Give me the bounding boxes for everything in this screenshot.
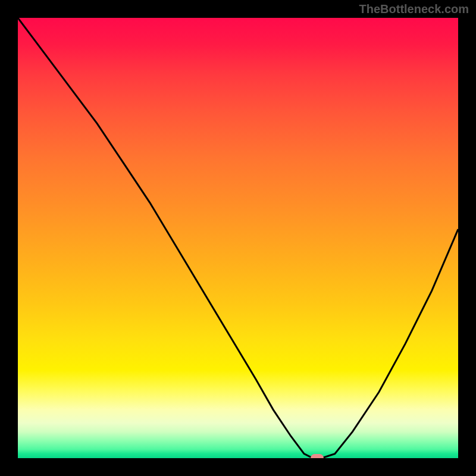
bottleneck-curve: [18, 18, 458, 458]
selected-point-marker: [311, 454, 324, 458]
chart-container: TheBottleneck.com: [0, 0, 476, 476]
plot-area: [18, 18, 458, 458]
watermark-text: TheBottleneck.com: [359, 2, 469, 16]
curve-path: [18, 18, 458, 458]
